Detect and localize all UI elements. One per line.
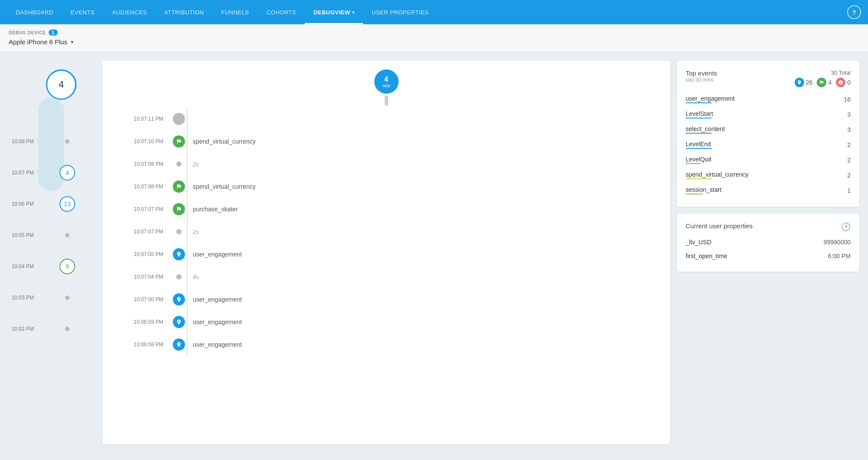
connector-1008: [39, 139, 96, 144]
event-row-3[interactable]: 10:07:08 PM spend_virtual_currency: [102, 175, 670, 198]
green-count-icon: [817, 78, 826, 87]
stat-name-levelquit: LevelQuit: [686, 156, 711, 164]
stat-item-session-start[interactable]: session_start 1: [686, 183, 851, 198]
connector-1004: 9: [39, 259, 96, 274]
event-name-6: user_engagement: [186, 251, 242, 258]
stat-item-levelstart[interactable]: LevelStart 3: [686, 107, 851, 122]
vert-line-1: [187, 130, 188, 153]
event-row-6[interactable]: 10:07:05 PM user_engagement: [102, 243, 670, 266]
nav-debugview[interactable]: DEBUGVIEW ▾: [305, 0, 363, 24]
stat-name-select-content: select_content: [686, 125, 725, 134]
event-time-5: 10:07:07 PM: [120, 229, 172, 235]
device-selector[interactable]: Apple iPhone 6 Plus ▾: [9, 38, 859, 46]
new-events-bubble[interactable]: 4 new: [374, 69, 399, 94]
top-bubble-container: 4: [46, 69, 76, 100]
stat-name-levelend: LevelEnd: [686, 141, 711, 149]
timeline-row-1008: 10:08 PM: [9, 126, 96, 157]
help-button[interactable]: ?: [847, 5, 861, 19]
main-content: 4 10:08 PM 10:07 PM 4 10:0: [0, 52, 868, 453]
timeline-row-1004: 10:04 PM 9: [9, 251, 96, 282]
dot-1008: [65, 139, 69, 144]
time-1007: 10:07 PM: [9, 170, 39, 176]
nav-debugview-label: DEBUGVIEW ▾: [314, 9, 354, 16]
event-time-1: 10:07:10 PM: [120, 138, 172, 145]
top-events-title: Top events: [686, 69, 717, 77]
stat-item-levelquit[interactable]: LevelQuit 2: [686, 152, 851, 168]
stat-count-levelend: 2: [847, 141, 851, 148]
event-icon-4: [172, 203, 186, 215]
vert-line-6: [187, 243, 188, 266]
user-props-card: Current user properties 🕑 _ltv_USD 99990…: [677, 214, 859, 272]
stat-item-user-engagement[interactable]: user_engagement 16: [686, 92, 851, 107]
stat-count-user-engagement: 16: [844, 96, 851, 103]
orange-count-icon: [836, 78, 845, 87]
events-panel: 4 new 10:07:11 PM 10:07:10 PM: [102, 61, 670, 444]
event-icon-3: [172, 181, 186, 193]
vert-line: [187, 108, 188, 130]
nav-funnels[interactable]: FUNNELS: [212, 0, 257, 24]
nav-cohorts[interactable]: COHORTS: [258, 0, 305, 24]
event-row-4[interactable]: 10:07:07 PM purchase_skater: [102, 198, 670, 220]
event-circle-0: [173, 113, 185, 125]
connector-1006: 13: [39, 196, 96, 212]
events-list: 10:07:11 PM 10:07:10 PM spend_virtual_cu…: [102, 108, 670, 356]
top-events-card: Top events last 30 mins 30 Total 26: [677, 61, 859, 207]
event-icon-2: [172, 161, 186, 167]
new-label: new: [382, 83, 390, 88]
green-count-item: 4: [817, 78, 832, 87]
vert-line-10: [187, 333, 188, 356]
nav-dashboard[interactable]: DASHBOARD: [7, 0, 62, 24]
time-1006: 10:06 PM: [9, 201, 39, 207]
user-prop-first-open: first_open_time 6:00 PM: [686, 249, 851, 263]
blue-count-item: 26: [795, 78, 813, 87]
dot-1002: [65, 327, 69, 331]
vert-line-2: [187, 153, 188, 175]
time-1005: 10:05 PM: [9, 232, 39, 238]
nav-bar: DASHBOARD EVENTS AUDIENCES ATTRIBUTION F…: [0, 0, 868, 24]
top-bubble: 4: [46, 69, 76, 100]
event-time-8: 10:07:00 PM: [120, 296, 172, 302]
nav-events[interactable]: EVENTS: [62, 0, 103, 24]
toolbar: DEBUG DEVICE 1 Apple iPhone 6 Plus ▾: [0, 24, 868, 52]
event-stem: [385, 95, 388, 106]
connector-1002: [39, 327, 96, 331]
stat-item-spend-virtual[interactable]: spend_virtual_currency 2: [686, 168, 851, 183]
event-row-5: 10:07:07 PM 2s: [102, 220, 670, 243]
bubble-1007[interactable]: 4: [59, 165, 75, 181]
stat-count-select-content: 3: [847, 126, 851, 133]
timeline-row-1007: 10:07 PM 4: [9, 157, 96, 188]
top-events-title-group: Top events last 30 mins: [686, 69, 717, 88]
stat-item-levelend[interactable]: LevelEnd 2: [686, 137, 851, 152]
event-circle-8: [173, 293, 185, 306]
nav-attribution[interactable]: ATTRIBUTION: [155, 0, 212, 24]
event-time-0: 10:07:11 PM: [120, 116, 172, 122]
event-name-9: user_engagement: [186, 319, 242, 325]
event-circle-3: [173, 181, 185, 193]
top-events-total: 30 Total: [795, 69, 851, 76]
event-row-2: 10:07:08 PM 2s: [102, 153, 670, 175]
event-time-7: 10:07:04 PM: [120, 274, 172, 280]
event-icon-6: [172, 248, 186, 260]
bubble-1004[interactable]: 9: [59, 259, 75, 274]
time-1004: 10:04 PM: [9, 263, 39, 269]
nav-user-properties[interactable]: USER PROPERTIES: [363, 0, 437, 24]
connector-1005: [39, 233, 96, 237]
timeline-row-1002: 10:02 PM: [9, 313, 96, 345]
event-row-9[interactable]: 10:06:59 PM user_engagement: [102, 311, 670, 333]
top-events-subtitle: last 30 mins: [686, 77, 717, 83]
nav-audiences[interactable]: AUDIENCES: [103, 0, 155, 24]
stat-item-select-content[interactable]: select_content 3: [686, 122, 851, 137]
vert-line-9: [187, 311, 188, 333]
user-prop-list: _ltv_USD 99990000 first_open_time 6:00 P…: [686, 235, 851, 263]
vert-line-5: [187, 220, 188, 243]
bubble-1006[interactable]: 13: [59, 196, 75, 212]
event-row-10[interactable]: 10:06:58 PM user_engagement: [102, 333, 670, 356]
event-row-1[interactable]: 10:07:10 PM spend_virtual_currency: [102, 130, 670, 153]
stat-count-session-start: 1: [847, 187, 851, 194]
debug-device-label: DEBUG DEVICE 1: [9, 30, 859, 36]
history-icon[interactable]: 🕑: [841, 222, 851, 232]
time-1008: 10:08 PM: [9, 138, 39, 145]
event-name-10: user_engagement: [186, 341, 242, 348]
event-time-6: 10:07:05 PM: [120, 251, 172, 257]
event-row-8[interactable]: 10:07:00 PM user_engagement: [102, 288, 670, 311]
